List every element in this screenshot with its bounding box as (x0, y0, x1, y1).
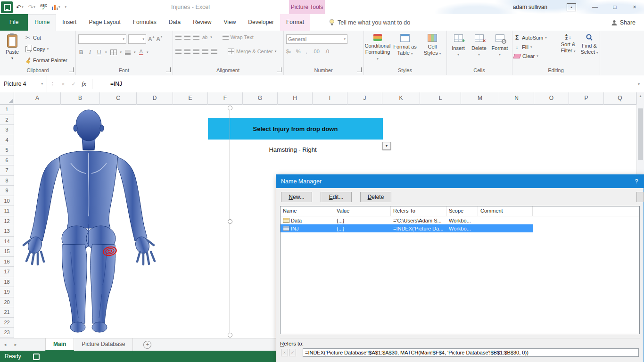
sheet-tab-picture-database[interactable]: Picture Database (74, 338, 133, 351)
column-header-q[interactable]: Q (604, 92, 636, 105)
paste-dropdown-icon[interactable]: ▾ (11, 56, 13, 60)
delete-name-button[interactable]: Delete (360, 192, 391, 202)
fill-color-dropdown-icon[interactable]: ▾ (134, 50, 136, 54)
macro-record-icon[interactable] (33, 354, 40, 360)
tab-view[interactable]: View (218, 14, 242, 31)
row-header-9[interactable]: 9 (0, 186, 14, 196)
tab-data[interactable]: Data (163, 14, 187, 31)
clipboard-dialog-launcher[interactable] (69, 67, 74, 72)
copy-dropdown-icon[interactable]: ▾ (47, 47, 49, 51)
row-header-22[interactable]: 22 (0, 318, 14, 328)
align-left-icon[interactable] (175, 49, 182, 54)
refers-to-input[interactable]: =INDEX('Picture Database'!$A$1:$A$30, MA… (303, 348, 639, 357)
anatomy-picture[interactable] (14, 106, 167, 335)
undo-dropdown-icon[interactable]: ▾ (22, 5, 24, 9)
commit-edit-button[interactable]: ✓ (289, 349, 296, 356)
column-header-j[interactable]: J (347, 92, 382, 105)
font-dialog-launcher[interactable] (166, 67, 171, 72)
clear-button[interactable]: Clear▾ (514, 53, 547, 59)
row-header-11[interactable]: 11 (0, 206, 14, 216)
number-format-dropdown-icon[interactable]: ▾ (344, 37, 346, 41)
bold-button[interactable]: B (78, 49, 84, 56)
column-header-c[interactable]: C (100, 92, 137, 105)
formula-bar-drag-handle[interactable]: ⋮ (47, 81, 58, 87)
previous-sheet-button[interactable]: ◂ (0, 338, 10, 351)
format-painter-button[interactable]: Format Painter (25, 56, 67, 65)
align-bottom-icon[interactable] (193, 35, 199, 40)
tab-format[interactable]: Format (280, 14, 310, 31)
tab-formulas[interactable]: Formulas (127, 14, 163, 31)
selection-handle-middle[interactable] (228, 219, 232, 224)
injury-dropdown-button[interactable]: ▾ (382, 142, 391, 150)
cancel-edit-button[interactable]: × (281, 349, 288, 356)
borders-icon[interactable] (110, 49, 117, 55)
merge-center-button[interactable]: Merge & Center▾ (228, 49, 276, 54)
column-header-p[interactable]: P (569, 92, 604, 105)
conditional-formatting-button[interactable]: Conditional Formatting ▾ (364, 33, 391, 62)
save-button[interactable] (1, 1, 13, 13)
orientation-button[interactable]: ab (202, 35, 207, 40)
italic-button[interactable]: I (87, 49, 93, 56)
row-header-6[interactable]: 6 (0, 156, 14, 166)
close-button[interactable]: × (625, 0, 644, 14)
minimize-button[interactable]: — (586, 0, 604, 14)
row-header-7[interactable]: 7 (0, 165, 14, 176)
customize-qat-button[interactable]: ▾ (64, 1, 68, 13)
tab-review[interactable]: Review (187, 14, 217, 31)
row-header-19[interactable]: 19 (0, 287, 14, 297)
row-header-10[interactable]: 10 (0, 196, 14, 206)
row-header-2[interactable]: 2 (0, 115, 14, 125)
column-header-i[interactable]: I (313, 92, 347, 105)
scroll-up-icon[interactable]: ▴ (637, 92, 644, 100)
autosum-button[interactable]: ΣAutoSum▾ (514, 34, 547, 41)
font-size-combo[interactable]: ▾ (128, 34, 146, 44)
format-as-table-button[interactable]: Format as Table ▾ (392, 33, 418, 57)
row-header-16[interactable]: 16 (0, 257, 14, 267)
increase-decimal-button[interactable]: .00 (312, 49, 319, 54)
column-header-e[interactable]: E (173, 92, 208, 105)
row-header-23[interactable]: 23 (0, 328, 14, 338)
nm-column-refers-to[interactable]: Refers To (391, 206, 446, 216)
ribbon-display-options-button[interactable]: ▴ (567, 3, 576, 11)
tab-developer[interactable]: Developer (242, 14, 280, 31)
number-dialog-launcher[interactable] (357, 67, 362, 72)
formula-input[interactable]: =INJ (95, 81, 634, 87)
selection-handle-top[interactable] (228, 106, 232, 110)
underline-button[interactable]: U (96, 49, 102, 56)
column-header-n[interactable]: N (499, 92, 534, 105)
format-cells-button[interactable]: Format ▾ (490, 33, 510, 58)
decrease-indent-icon[interactable] (202, 49, 208, 54)
find-select-button[interactable]: Find & Select ▾ (580, 33, 599, 56)
spelling-button[interactable]: ABC✓ (39, 1, 49, 13)
paste-button[interactable]: Paste ▾ (2, 33, 23, 68)
injury-dropdown-value[interactable]: Hamstring - Right (208, 146, 378, 153)
enter-entry-button[interactable]: ✓ (68, 81, 79, 87)
increase-indent-icon[interactable] (211, 49, 217, 54)
column-header-g[interactable]: G (243, 92, 278, 105)
orientation-dropdown-icon[interactable]: ▾ (210, 35, 212, 39)
align-middle-icon[interactable] (184, 35, 190, 40)
borders-dropdown-icon[interactable]: ▾ (120, 50, 122, 54)
comma-style-button[interactable]: , (305, 49, 307, 54)
tab-file[interactable]: File (0, 14, 28, 31)
row-header-13[interactable]: 13 (0, 226, 14, 237)
edit-name-button[interactable]: Edit... (321, 192, 352, 202)
chart-button[interactable]: ▾ (50, 1, 62, 13)
column-header-k[interactable]: K (382, 92, 420, 105)
column-header-h[interactable]: H (278, 92, 313, 105)
nm-column-scope[interactable]: Scope (446, 206, 478, 216)
row-header-14[interactable]: 14 (0, 237, 14, 247)
insert-function-button[interactable]: fx (79, 80, 89, 88)
dialog-help-button[interactable]: ? (631, 175, 642, 188)
formula-bar-expand-button[interactable]: ▾ (634, 82, 644, 86)
new-name-button[interactable]: New... (281, 192, 312, 202)
align-right-icon[interactable] (193, 49, 199, 54)
undo-button[interactable]: ↶▾ (15, 1, 25, 13)
column-header-o[interactable]: O (534, 92, 569, 105)
row-header-20[interactable]: 20 (0, 297, 14, 308)
font-name-dropdown-icon[interactable]: ▾ (123, 37, 124, 41)
row-header-17[interactable]: 17 (0, 267, 14, 277)
row-header-5[interactable]: 5 (0, 145, 14, 156)
column-header-m[interactable]: M (461, 92, 499, 105)
row-header-12[interactable]: 12 (0, 216, 14, 227)
